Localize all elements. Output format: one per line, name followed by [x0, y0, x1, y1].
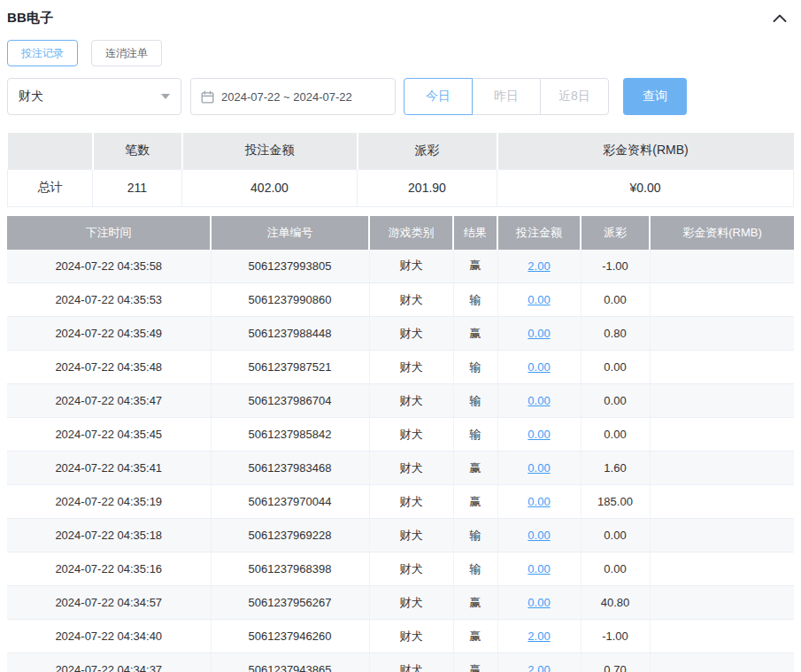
bet-amount-link[interactable]: 0.00 — [528, 461, 550, 475]
bonus-cell — [650, 384, 794, 418]
bet-amount-link[interactable]: 0.00 — [528, 360, 550, 374]
bet-amount-link[interactable]: 2.00 — [528, 630, 550, 643]
bet-amount-link[interactable]: 0.00 — [528, 562, 550, 575]
payout-cell: 0.00 — [581, 418, 650, 452]
bet-amount-link[interactable]: 0.00 — [528, 327, 550, 340]
table-row: 2024-07-22 04:34:40 5061237946260 财犬 赢 2… — [7, 620, 794, 653]
tab-bet-records[interactable]: 投注记录 — [7, 40, 78, 66]
records-header-row: 下注时间 注单编号 游戏类别 结果 投注金额 派彩 彩金资料(RMB) — [7, 216, 794, 250]
bet-amount-cell: 0.00 — [497, 283, 581, 317]
bet-amount-cell: 0.00 — [497, 552, 581, 586]
bonus-cell — [650, 620, 794, 653]
order-no-cell: 5061237943865 — [211, 653, 369, 672]
bet-amount-link[interactable]: 0.00 — [528, 495, 550, 508]
order-no-cell: 5061237985842 — [211, 418, 369, 452]
payout-cell: 0.00 — [581, 552, 650, 586]
table-row: 2024-07-22 04:34:37 5061237943865 财犬 赢 2… — [7, 653, 794, 672]
bonus-cell — [650, 519, 794, 552]
bet-time-cell: 2024-07-22 04:35:18 — [7, 519, 211, 552]
bet-amount-cell: 2.00 — [497, 620, 581, 653]
summary-header-row: 笔数 投注金额 派彩 彩金资料(RMB) — [8, 133, 794, 169]
bet-amount-link[interactable]: 0.00 — [528, 529, 550, 542]
bet-amount-link[interactable]: 0.00 — [528, 293, 550, 306]
yesterday-button[interactable]: 昨日 — [472, 78, 541, 115]
order-no-cell: 5061237988448 — [211, 317, 369, 351]
chevron-down-icon — [161, 94, 170, 99]
bet-amount-cell: 0.00 — [497, 485, 581, 519]
game-type-cell: 财犬 — [369, 283, 453, 317]
order-no-cell: 5061237946260 — [211, 620, 369, 653]
table-row: 2024-07-22 04:35:16 5061237968398 财犬 输 0… — [7, 552, 794, 586]
records-table: 下注时间 注单编号 游戏类别 结果 投注金额 派彩 彩金资料(RMB) 2024… — [7, 216, 794, 672]
game-type-cell: 财犬 — [369, 653, 453, 672]
payout-cell: 0.00 — [581, 519, 650, 552]
payout-cell: 0.00 — [581, 283, 650, 317]
bet-time-cell: 2024-07-22 04:35:41 — [7, 452, 211, 485]
bet-time-cell: 2024-07-22 04:35:19 — [7, 485, 211, 519]
bonus-cell — [650, 351, 794, 384]
table-row: 2024-07-22 04:35:58 5061237993805 财犬 赢 2… — [7, 250, 794, 283]
bet-time-cell: 2024-07-22 04:34:57 — [7, 586, 211, 620]
game-select[interactable]: 财犬 — [7, 78, 181, 115]
bet-time-cell: 2024-07-22 04:35:49 — [7, 317, 211, 351]
bet-time-cell: 2024-07-22 04:35:47 — [7, 384, 211, 418]
summary-header-payout: 派彩 — [358, 133, 497, 169]
result-cell: 输 — [453, 351, 497, 384]
records-header-game-type: 游戏类别 — [369, 216, 453, 250]
calendar-icon — [201, 90, 214, 104]
order-no-cell: 5061237990860 — [211, 283, 369, 317]
summary-total-row: 总计 211 402.00 201.90 ¥0.00 — [8, 169, 794, 206]
payout-cell: 1.60 — [581, 452, 650, 485]
bet-amount-link[interactable]: 0.00 — [528, 428, 550, 441]
bet-amount-cell: 0.00 — [497, 519, 581, 552]
chevron-up-icon[interactable] — [773, 14, 787, 22]
bet-amount-link[interactable]: 2.00 — [528, 259, 550, 273]
today-button[interactable]: 今日 — [404, 78, 473, 115]
tab-cancelled-orders[interactable]: 连消注单 — [91, 40, 162, 66]
order-no-cell: 5061237986704 — [211, 384, 369, 418]
summary-total-bonus: ¥0.00 — [497, 169, 794, 206]
bonus-cell — [650, 317, 794, 351]
table-row: 2024-07-22 04:34:57 5061237956267 财犬 赢 0… — [7, 586, 794, 620]
table-row: 2024-07-22 04:35:45 5061237985842 财犬 输 0… — [7, 418, 794, 452]
last-8-days-button[interactable]: 近8日 — [540, 78, 609, 115]
result-cell: 输 — [453, 384, 497, 418]
bet-amount-link[interactable]: 2.00 — [528, 663, 550, 672]
summary-header-blank — [8, 133, 93, 169]
bet-amount-cell: 2.00 — [497, 250, 581, 283]
records-header-order-no: 注单编号 — [211, 216, 369, 250]
game-type-cell: 财犬 — [369, 250, 453, 283]
bonus-cell — [650, 452, 794, 485]
search-button[interactable]: 查询 — [623, 78, 687, 115]
bonus-cell — [650, 485, 794, 519]
bonus-cell — [650, 586, 794, 620]
table-row: 2024-07-22 04:35:47 5061237986704 财犬 输 0… — [7, 384, 794, 418]
bet-time-cell: 2024-07-22 04:34:40 — [7, 620, 211, 653]
quick-date-group: 今日 昨日 近8日 — [404, 78, 609, 115]
summary-total-count: 211 — [93, 169, 182, 206]
summary-total-bet-amount: 402.00 — [182, 169, 358, 206]
records-header-payout: 派彩 — [581, 216, 650, 250]
bet-amount-link[interactable]: 0.00 — [528, 596, 550, 609]
game-type-cell: 财犬 — [369, 317, 453, 351]
result-cell: 赢 — [453, 586, 497, 620]
payout-cell: 0.80 — [581, 317, 650, 351]
summary-header-bonus: 彩金资料(RMB) — [497, 133, 794, 169]
bet-amount-link[interactable]: 0.00 — [528, 394, 550, 407]
order-no-cell: 5061237956267 — [211, 586, 369, 620]
summary-header-count: 笔数 — [93, 133, 182, 169]
records-header-result: 结果 — [453, 216, 497, 250]
bet-amount-cell: 0.00 — [497, 452, 581, 485]
date-range-input[interactable]: 2024-07-22 ~ 2024-07-22 — [190, 78, 396, 115]
result-cell: 输 — [453, 552, 497, 586]
payout-cell: 40.80 — [581, 586, 650, 620]
result-cell: 赢 — [453, 317, 497, 351]
payout-cell: -1.00 — [581, 620, 650, 653]
result-cell: 赢 — [453, 620, 497, 653]
bonus-cell — [650, 283, 794, 317]
bet-time-cell: 2024-07-22 04:35:58 — [7, 250, 211, 283]
game-type-cell: 财犬 — [369, 552, 453, 586]
result-cell: 赢 — [453, 485, 497, 519]
order-no-cell: 5061237968398 — [211, 552, 369, 586]
summary-header-bet-amount: 投注金额 — [182, 133, 358, 169]
